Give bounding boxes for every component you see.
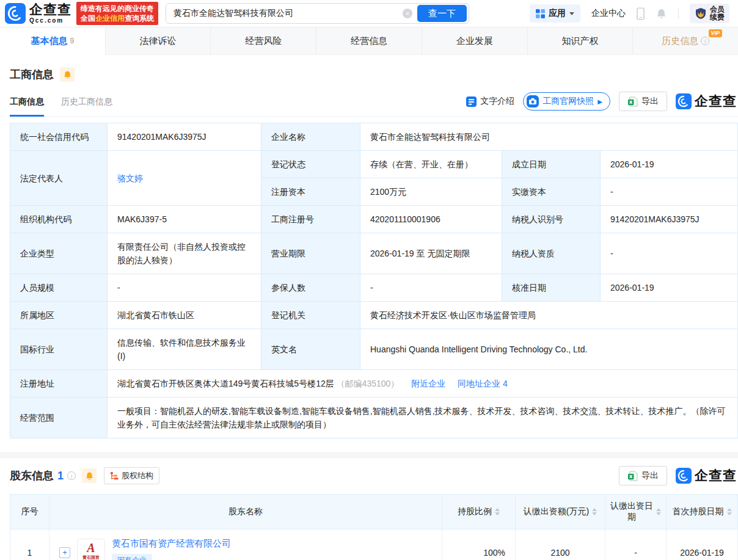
excel-icon: [627, 96, 638, 107]
qcc-logo[interactable]: 企查查 Qcc.com: [5, 3, 71, 24]
monitor-bell-icon[interactable]: [82, 468, 97, 483]
tab-basic-info[interactable]: 基本信息 9: [0, 27, 106, 55]
business-info-toolbar: 工商信息 历史工商信息 文字介绍 工商官网快照 ▶ 导出 企查查: [10, 92, 738, 117]
field-label: 登记状态: [261, 151, 360, 178]
field-label: 成立日期: [502, 151, 601, 178]
vip-label-line2: 续费: [710, 13, 725, 21]
search-input[interactable]: [166, 4, 403, 23]
address-text: 湖北省黄石市开铁区奥体大道149号黄石科技城5号楼12层: [117, 379, 334, 388]
address-zip: （邮编435100）: [337, 379, 400, 388]
equity-structure-button[interactable]: 股权结构: [104, 467, 159, 484]
info-icon: i: [67, 471, 76, 480]
field-label: 组织机构代码: [10, 206, 108, 233]
tab-company-development[interactable]: 企业发展: [422, 27, 528, 54]
table-row: 1 + A 黄石国资 HSAMC 黄石市国有资产经营有限公司 国有企业 100%…: [10, 529, 738, 560]
shareholders-title: 股东信息: [10, 468, 54, 483]
tab-basic-info-count: 9: [70, 37, 75, 45]
business-info-section: 工商信息 工商信息 历史工商信息 文字介绍 工商官网快照 ▶ 导出: [0, 67, 738, 438]
field-value: MAK6J397-5: [108, 206, 261, 233]
excel-icon: [627, 471, 638, 481]
topbar-right: 应用 企业中心 会员 续费: [530, 4, 729, 23]
legal-rep-link[interactable]: 骆文婷: [117, 173, 143, 183]
subtab-business-info[interactable]: 工商信息: [10, 96, 44, 117]
monitor-bell-icon[interactable]: [60, 67, 75, 82]
shareholder-logo: A 黄石国资 HSAMC: [77, 539, 105, 560]
column-header-index: 序号: [10, 495, 49, 529]
tab-operation-risk[interactable]: 经营风险: [211, 27, 316, 54]
tab-company-development-label: 企业发展: [456, 35, 493, 47]
qcc-brand-watermark: 企查查: [676, 467, 737, 485]
subtab-history-business-info[interactable]: 历史工商信息: [61, 96, 112, 116]
shareholders-section: 股东信息 1 i 股权结构 导出 企查查 序号 股东名称 持股比例 认缴出资额: [0, 466, 738, 560]
export-button[interactable]: 导出: [619, 466, 667, 485]
shareholder-name-link[interactable]: 黄石市国有资产经营有限公司: [112, 538, 231, 548]
column-header-amount[interactable]: 认缴出资额(万元): [516, 495, 605, 529]
column-header-first-date[interactable]: 首次持股日期: [667, 495, 738, 529]
field-value: Huangshi Quanda Intelligent Driving Tech…: [360, 329, 738, 370]
field-label: 经营范围: [10, 398, 108, 438]
qcc-brand-icon: [676, 468, 692, 484]
search-button[interactable]: 查一下: [417, 5, 467, 22]
enterprise-center-link[interactable]: 企业中心: [591, 8, 626, 19]
apps-menu[interactable]: 应用: [530, 4, 580, 23]
field-value: 存续（在营、开业、在册）: [360, 151, 502, 178]
ratio-value: 100%: [442, 529, 516, 560]
column-header-paid-date[interactable]: 认缴出资日期: [605, 495, 667, 529]
field-value: -: [601, 178, 738, 206]
tab-operation-info-label: 经营信息: [351, 35, 387, 47]
field-value: 2026-01-19: [601, 151, 738, 178]
state-owned-tag[interactable]: 国有企业: [112, 554, 152, 560]
nearby-companies-link[interactable]: 附近企业: [411, 379, 445, 388]
field-label: 纳税人资质: [502, 233, 601, 274]
field-label: 企业类型: [10, 233, 108, 274]
field-value: -: [601, 233, 738, 274]
apps-label: 应用: [549, 8, 566, 19]
shareholders-count: 1: [57, 470, 64, 482]
field-label: 工商注册号: [261, 206, 360, 233]
shareholders-table: 序号 股东名称 持股比例 认缴出资额(万元) 认缴出资日期 首次持股日期 1 +…: [10, 494, 738, 560]
field-label: 法定代表人: [10, 151, 108, 206]
tab-operation-info[interactable]: 经营信息: [316, 27, 422, 54]
vip-renew-button[interactable]: 会员 续费: [690, 4, 729, 23]
text-intro-label: 文字介绍: [480, 96, 514, 107]
equity-structure-label: 股权结构: [122, 470, 153, 481]
org-chart-icon: [110, 471, 119, 480]
play-arrow-icon: ▶: [597, 98, 602, 105]
document-icon: [466, 96, 477, 107]
notifications-bell-icon[interactable]: [656, 8, 667, 20]
export-button[interactable]: 导出: [619, 92, 667, 111]
tab-intellectual-property[interactable]: 知识产权: [528, 27, 634, 54]
field-value: 91420201MAK6J3975J: [601, 206, 738, 233]
field-value: 一般项目：智能机器人的研发,智能车载设备制造,智能车载设备销售,智能机器人销售,…: [108, 398, 738, 438]
qcc-brand-text: 企查查: [695, 92, 737, 111]
field-label: 登记机关: [261, 302, 360, 329]
column-header-ratio[interactable]: 持股比例: [442, 495, 516, 529]
field-label: 纳税人识别号: [502, 206, 601, 233]
amount-value: 2100: [516, 529, 605, 560]
field-value: 2026-01-19: [601, 274, 738, 302]
official-snapshot-button[interactable]: 工商官网快照 ▶: [523, 92, 610, 111]
same-address-companies-link[interactable]: 同地址企业 4: [458, 379, 508, 388]
mobile-app-icon[interactable]: [637, 7, 645, 20]
vip-shield-icon: [695, 7, 707, 20]
field-label: 营业期限: [261, 233, 360, 274]
tab-history-info[interactable]: VIP 历史信息 i: [633, 27, 738, 54]
export-label: 导出: [641, 96, 659, 107]
clear-search-icon[interactable]: ×: [403, 9, 412, 18]
vip-badge: VIP: [709, 29, 723, 37]
field-value: -: [108, 274, 261, 302]
tab-legal-litigation-label: 法律诉讼: [140, 35, 177, 47]
text-intro-link[interactable]: 文字介绍: [466, 96, 514, 107]
sort-icon: [656, 508, 661, 515]
tab-history-info-label: 历史信息: [662, 35, 698, 47]
logo-title: 企查查: [29, 3, 71, 16]
qcc-brand-watermark: 企查查: [676, 92, 737, 111]
export-label: 导出: [641, 470, 659, 481]
field-label: 注册地址: [10, 370, 108, 398]
field-value: 黄石市全能达智驾科技有限公司: [360, 123, 738, 151]
chevron-down-icon: [569, 12, 574, 15]
field-label: 所属地区: [10, 302, 108, 329]
expand-row-button[interactable]: +: [59, 547, 70, 558]
field-label: 注册资本: [261, 178, 360, 206]
tab-legal-litigation[interactable]: 法律诉讼: [106, 27, 211, 54]
